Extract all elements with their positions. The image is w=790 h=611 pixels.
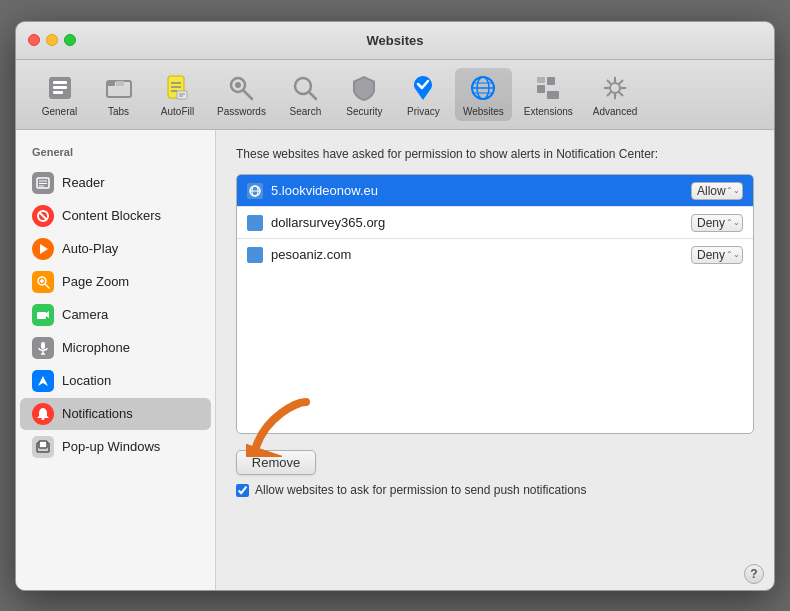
sidebar-item-camera[interactable]: Camera <box>20 299 211 331</box>
svg-line-36 <box>607 92 611 96</box>
panel-wrapper: These websites have asked for permission… <box>216 130 774 590</box>
help-area: ? <box>216 560 774 590</box>
sidebar-item-label-location: Location <box>62 373 111 388</box>
toolbar-label-autofill: AutoFill <box>161 106 194 117</box>
extensions-icon <box>532 72 564 104</box>
svg-line-35 <box>619 80 623 84</box>
sidebar-item-label-microphone: Microphone <box>62 340 130 355</box>
panel-description: These websites have asked for permission… <box>236 146 754 163</box>
remove-button[interactable]: Remove <box>236 450 316 475</box>
svg-rect-54 <box>42 418 45 420</box>
svg-rect-50 <box>41 342 45 349</box>
sidebar-item-label-content-blockers: Content Blockers <box>62 208 161 223</box>
table-row[interactable]: 5.lookvideonow.eu Allow Deny <box>237 175 753 207</box>
sidebar-item-popup-windows[interactable]: Pop-up Windows <box>20 431 211 463</box>
svg-rect-11 <box>177 91 187 99</box>
notifications-icon <box>32 403 54 425</box>
svg-line-45 <box>45 284 49 288</box>
sidebar-item-page-zoom[interactable]: Page Zoom <box>20 266 211 298</box>
svg-rect-48 <box>37 312 46 319</box>
window-title: Websites <box>367 33 424 48</box>
toolbar-item-security[interactable]: Security <box>337 68 392 121</box>
sidebar-item-location[interactable]: Location <box>20 365 211 397</box>
close-button[interactable] <box>28 34 40 46</box>
site-favicon-2 <box>247 215 263 231</box>
toolbar-item-autofill[interactable]: AutoFill <box>150 68 205 121</box>
toolbar-item-privacy[interactable]: Privacy <box>396 68 451 121</box>
main-window: Websites General <box>15 21 775 591</box>
titlebar: Websites <box>16 22 774 60</box>
location-icon <box>32 370 54 392</box>
toolbar-item-extensions[interactable]: Extensions <box>516 68 581 121</box>
search-icon <box>289 72 321 104</box>
svg-line-33 <box>607 80 611 84</box>
toolbar-label-search: Search <box>290 106 322 117</box>
permission-select-wrapper-2: Allow Deny <box>691 213 743 232</box>
advanced-icon <box>599 72 631 104</box>
push-notifications-label: Allow websites to ask for permission to … <box>255 483 587 497</box>
toolbar-item-search[interactable]: Search <box>278 68 333 121</box>
site-name-1: 5.lookvideonow.eu <box>271 183 691 198</box>
toolbar-label-tabs: Tabs <box>108 106 129 117</box>
site-permission-3: Allow Deny <box>691 245 743 264</box>
sidebar-item-label-popup-windows: Pop-up Windows <box>62 439 160 454</box>
sidebar-item-auto-play[interactable]: Auto-Play <box>20 233 211 265</box>
sidebar-item-notifications[interactable]: Notifications <box>20 398 211 430</box>
sidebar-item-reader[interactable]: Reader <box>20 167 211 199</box>
privacy-icon <box>407 72 439 104</box>
toolbar-label-websites: Websites <box>463 106 504 117</box>
sidebar-item-microphone[interactable]: Microphone <box>20 332 211 364</box>
toolbar: General Tabs <box>16 60 774 130</box>
passwords-icon <box>225 72 257 104</box>
svg-line-18 <box>309 92 316 99</box>
site-name-3: pesoaniz.com <box>271 247 691 262</box>
toolbar-item-general[interactable]: General <box>32 68 87 121</box>
camera-icon <box>32 304 54 326</box>
table-row[interactable]: pesoaniz.com Allow Deny <box>237 239 753 270</box>
svg-rect-24 <box>537 85 545 93</box>
toolbar-label-advanced: Advanced <box>593 106 637 117</box>
sidebar-item-label-camera: Camera <box>62 307 108 322</box>
site-name-2: dollarsurvey365.org <box>271 215 691 230</box>
svg-point-28 <box>610 83 620 93</box>
sidebar-item-label-auto-play: Auto-Play <box>62 241 118 256</box>
websites-icon <box>467 72 499 104</box>
sidebar-item-label-page-zoom: Page Zoom <box>62 274 129 289</box>
maximize-button[interactable] <box>64 34 76 46</box>
tabs-icon <box>103 72 135 104</box>
svg-point-16 <box>235 82 241 88</box>
permission-select-1[interactable]: Allow Deny <box>691 182 743 200</box>
svg-marker-49 <box>46 311 49 318</box>
sidebar-item-content-blockers[interactable]: Content Blockers <box>20 200 211 232</box>
push-notifications-checkbox[interactable] <box>236 484 249 497</box>
site-favicon-3 <box>247 247 263 263</box>
minimize-button[interactable] <box>46 34 58 46</box>
toolbar-label-security: Security <box>346 106 382 117</box>
sidebar-item-label-reader: Reader <box>62 175 105 190</box>
toolbar-item-advanced[interactable]: Advanced <box>585 68 645 121</box>
permission-select-wrapper-1: Allow Deny <box>691 181 743 200</box>
general-icon <box>44 72 76 104</box>
toolbar-label-privacy: Privacy <box>407 106 440 117</box>
toolbar-item-tabs[interactable]: Tabs <box>91 68 146 121</box>
permission-select-3[interactable]: Allow Deny <box>691 246 743 264</box>
toolbar-item-websites[interactable]: Websites <box>455 68 512 121</box>
svg-rect-3 <box>53 91 63 94</box>
content-blockers-icon <box>32 205 54 227</box>
permission-select-2[interactable]: Allow Deny <box>691 214 743 232</box>
table-row[interactable]: dollarsurvey365.org Allow Deny <box>237 207 753 239</box>
help-button[interactable]: ? <box>744 564 764 584</box>
panel: These websites have asked for permission… <box>216 130 774 560</box>
svg-rect-5 <box>107 81 115 86</box>
svg-rect-56 <box>39 441 47 448</box>
traffic-lights <box>28 34 76 46</box>
permission-select-wrapper-3: Allow Deny <box>691 245 743 264</box>
svg-line-15 <box>243 90 252 99</box>
bottom-controls: Remove Allow websites to ask for permiss… <box>236 450 754 497</box>
toolbar-item-passwords[interactable]: Passwords <box>209 68 274 121</box>
security-icon <box>348 72 380 104</box>
popup-windows-icon <box>32 436 54 458</box>
site-permission-2: Allow Deny <box>691 213 743 232</box>
sidebar: General Reader <box>16 130 216 590</box>
svg-line-34 <box>619 92 623 96</box>
